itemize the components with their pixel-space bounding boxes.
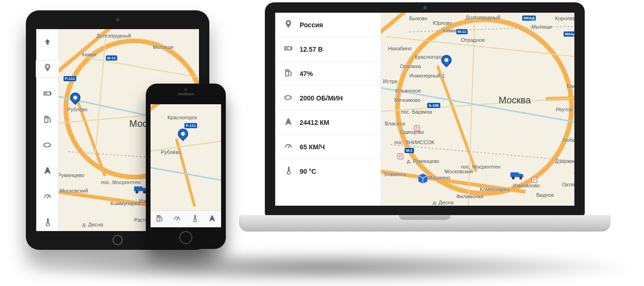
road-badge: А-106 xyxy=(427,103,440,108)
fuel-icon xyxy=(284,68,293,79)
map-label: Реутов xyxy=(556,107,572,112)
laptop-base xyxy=(239,215,611,232)
panel-row-engine: 2000 ОБ/МИН xyxy=(275,86,381,110)
map-label: Одинцово xyxy=(400,129,424,135)
road-badge: МКАД xyxy=(522,15,536,21)
panel-row-temp: 90 °C xyxy=(275,159,381,183)
sidebar-item-battery[interactable] xyxy=(36,86,59,103)
sidebar-item-up[interactable] xyxy=(36,35,59,51)
road-badge: Р-111 xyxy=(64,76,76,81)
engine-icon xyxy=(284,93,293,103)
map-label: Красногорск xyxy=(415,54,445,60)
map-label: Королев xyxy=(555,15,574,21)
engine-icon xyxy=(43,140,52,151)
laptop-lid: Россия 12.57 В 47% 2000 ОБ/МИН 24412 КМ xyxy=(265,2,585,216)
battery-icon xyxy=(284,44,293,54)
fuel-icon xyxy=(43,115,52,126)
panel-value-temp: 90 °C xyxy=(300,168,316,175)
road-icon xyxy=(284,117,293,128)
map-label: Химки xyxy=(81,52,96,57)
map-label: Балашиха xyxy=(567,83,574,89)
map-label: Коммунарка xyxy=(111,201,140,206)
road-badge: М-1 xyxy=(405,148,414,153)
map-label: Отрадное xyxy=(461,37,485,43)
phone-bottombar xyxy=(151,210,221,227)
fuel-icon xyxy=(155,214,164,224)
map-label: Химки xyxy=(442,28,457,33)
map-label: Октябрьский xyxy=(562,182,574,187)
tablet-home-button[interactable] xyxy=(112,235,123,245)
map-label: пос. Барвиха xyxy=(401,109,432,115)
map-label: Красногорск xyxy=(167,115,197,120)
laptop-telemetry-panel: Россия 12.57 В 47% 2000 ОБ/МИН 24412 КМ xyxy=(275,13,381,206)
location-pin-icon xyxy=(43,63,52,74)
laptop-map[interactable]: Москва Долгопрудный Мытищи Химки Королев… xyxy=(381,13,574,206)
sidebar-item-road[interactable] xyxy=(36,163,59,180)
map-city-label: Москва xyxy=(499,95,531,106)
bottombar-fuel[interactable] xyxy=(155,214,164,224)
parking-badge: P xyxy=(532,177,537,183)
map-label: Знаменск xyxy=(383,171,406,177)
panel-row-road: 24412 КМ xyxy=(275,110,381,135)
map-label: Лыткарино xyxy=(574,169,574,174)
panel-row-location: Россия xyxy=(275,13,381,37)
laptop-device: Россия 12.57 В 47% 2000 ОБ/МИН 24412 КМ xyxy=(239,2,611,247)
phone-camera xyxy=(184,88,187,91)
map-label: Мытищи xyxy=(153,44,173,50)
panel-row-battery: 12.57 В xyxy=(275,37,381,62)
speedometer-icon xyxy=(173,214,181,224)
package-icon[interactable] xyxy=(416,172,429,184)
temperature-icon xyxy=(191,214,199,224)
map-label: Московский xyxy=(60,188,88,193)
map-label: Быхово xyxy=(409,15,427,21)
speedometer-icon xyxy=(43,192,52,203)
road-icon xyxy=(43,166,52,177)
truck-icon[interactable] xyxy=(510,170,525,179)
sidebar-item-fuel[interactable] xyxy=(36,112,59,128)
road-icon xyxy=(208,214,216,224)
battery-icon xyxy=(43,89,52,100)
map-label: Видное xyxy=(536,192,554,198)
map-label: Инженерный-1 xyxy=(409,73,445,78)
map-label: Нахабино xyxy=(388,46,412,51)
up-icon xyxy=(43,37,52,48)
map-label: Долгопрудный xyxy=(466,15,500,20)
phone-speaker xyxy=(178,93,194,95)
map-label: Дзержинский xyxy=(555,158,574,164)
map-label: Румянцево xyxy=(59,172,84,178)
map-label: Машкино xyxy=(428,175,450,180)
phone-map[interactable]: Красногорск Рублёво Р-111 xyxy=(151,104,221,210)
tablet-sidebar xyxy=(36,29,59,231)
map-label: Коммунарка xyxy=(480,186,509,192)
bottombar-temp[interactable] xyxy=(191,214,199,224)
temperature-icon xyxy=(43,217,52,229)
map-label: Долгопрудный xyxy=(96,33,131,39)
panel-row-speed: 65 КМ/Ч xyxy=(275,135,381,159)
laptop-camera xyxy=(423,6,427,9)
map-label: пос. ВНИИССОК xyxy=(394,139,434,145)
sidebar-item-engine[interactable] xyxy=(36,138,59,154)
bottombar-speed[interactable] xyxy=(173,214,181,224)
road-badge: МКАД xyxy=(564,31,574,37)
panel-value-speed: 65 КМ/Ч xyxy=(300,143,325,151)
location-pin-icon xyxy=(284,19,293,30)
road-badge: М-11 xyxy=(106,55,117,61)
map-label: д. Десна xyxy=(433,200,453,205)
panel-value-location: Россия xyxy=(300,21,323,29)
panel-value-engine: 2000 ОБ/МИН xyxy=(300,94,343,102)
sidebar-item-temp[interactable] xyxy=(36,215,59,231)
sidebar-item-speed[interactable] xyxy=(36,189,59,206)
map-label: Опалиха xyxy=(400,63,421,69)
panel-value-road: 24412 КМ xyxy=(300,119,329,126)
laptop-screen: Россия 12.57 В 47% 2000 ОБ/МИН 24412 КМ xyxy=(275,13,574,206)
map-label: д. Десна xyxy=(82,222,103,227)
panel-value-battery: 12.57 В xyxy=(300,46,323,53)
phone-home-button[interactable] xyxy=(179,231,192,244)
sidebar-item-location[interactable] xyxy=(36,61,59,77)
map-label: Юрлово xyxy=(433,20,452,26)
road-badge: Р-111 xyxy=(184,123,197,128)
tablet-camera xyxy=(116,18,119,22)
bottombar-road[interactable] xyxy=(208,214,216,224)
panel-value-fuel: 47% xyxy=(300,70,313,77)
speedometer-icon xyxy=(284,141,293,152)
